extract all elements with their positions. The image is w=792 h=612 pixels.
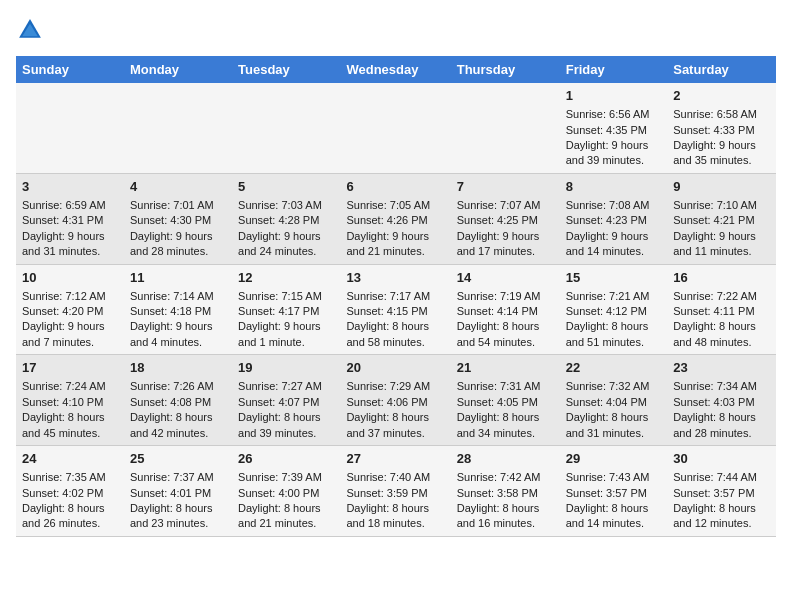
sunset: Sunset: 3:57 PM [673, 487, 754, 499]
header [16, 16, 776, 44]
sunrise: Sunrise: 7:17 AM [346, 290, 430, 302]
day-number: 10 [22, 269, 118, 287]
sunset: Sunset: 4:28 PM [238, 214, 319, 226]
day-number: 16 [673, 269, 770, 287]
day-number: 5 [238, 178, 334, 196]
col-header-friday: Friday [560, 56, 668, 83]
sunset: Sunset: 4:23 PM [566, 214, 647, 226]
daylight-hours: Daylight: 9 hours and 14 minutes. [566, 230, 649, 257]
day-number: 6 [346, 178, 444, 196]
sunrise: Sunrise: 7:21 AM [566, 290, 650, 302]
daylight-hours: Daylight: 9 hours and 21 minutes. [346, 230, 429, 257]
day-cell: 12Sunrise: 7:15 AMSunset: 4:17 PMDayligh… [232, 264, 340, 355]
sunset: Sunset: 4:25 PM [457, 214, 538, 226]
day-cell: 3Sunrise: 6:59 AMSunset: 4:31 PMDaylight… [16, 173, 124, 264]
sunrise: Sunrise: 6:58 AM [673, 108, 757, 120]
daylight-hours: Daylight: 8 hours and 23 minutes. [130, 502, 213, 529]
day-cell: 1Sunrise: 6:56 AMSunset: 4:35 PMDaylight… [560, 83, 668, 173]
day-cell: 19Sunrise: 7:27 AMSunset: 4:07 PMDayligh… [232, 355, 340, 446]
calendar-header-row: SundayMondayTuesdayWednesdayThursdayFrid… [16, 56, 776, 83]
sunrise: Sunrise: 7:35 AM [22, 471, 106, 483]
day-cell: 15Sunrise: 7:21 AMSunset: 4:12 PMDayligh… [560, 264, 668, 355]
day-cell: 9Sunrise: 7:10 AMSunset: 4:21 PMDaylight… [667, 173, 776, 264]
day-cell: 7Sunrise: 7:07 AMSunset: 4:25 PMDaylight… [451, 173, 560, 264]
sunrise: Sunrise: 7:15 AM [238, 290, 322, 302]
sunset: Sunset: 4:11 PM [673, 305, 754, 317]
sunrise: Sunrise: 7:34 AM [673, 380, 757, 392]
calendar-table: SundayMondayTuesdayWednesdayThursdayFrid… [16, 56, 776, 537]
day-number: 7 [457, 178, 554, 196]
day-number: 13 [346, 269, 444, 287]
daylight-hours: Daylight: 8 hours and 58 minutes. [346, 320, 429, 347]
day-number: 3 [22, 178, 118, 196]
day-cell: 22Sunrise: 7:32 AMSunset: 4:04 PMDayligh… [560, 355, 668, 446]
day-number: 15 [566, 269, 662, 287]
col-header-thursday: Thursday [451, 56, 560, 83]
daylight-hours: Daylight: 9 hours and 11 minutes. [673, 230, 756, 257]
sunrise: Sunrise: 7:05 AM [346, 199, 430, 211]
day-number: 27 [346, 450, 444, 468]
sunrise: Sunrise: 7:39 AM [238, 471, 322, 483]
sunset: Sunset: 4:08 PM [130, 396, 211, 408]
sunrise: Sunrise: 7:14 AM [130, 290, 214, 302]
week-row-4: 17Sunrise: 7:24 AMSunset: 4:10 PMDayligh… [16, 355, 776, 446]
sunset: Sunset: 4:17 PM [238, 305, 319, 317]
daylight-hours: Daylight: 8 hours and 54 minutes. [457, 320, 540, 347]
sunrise: Sunrise: 7:42 AM [457, 471, 541, 483]
day-cell: 26Sunrise: 7:39 AMSunset: 4:00 PMDayligh… [232, 446, 340, 537]
sunset: Sunset: 4:33 PM [673, 124, 754, 136]
sunset: Sunset: 4:01 PM [130, 487, 211, 499]
sunrise: Sunrise: 7:32 AM [566, 380, 650, 392]
sunrise: Sunrise: 7:12 AM [22, 290, 106, 302]
sunrise: Sunrise: 7:24 AM [22, 380, 106, 392]
day-cell: 6Sunrise: 7:05 AMSunset: 4:26 PMDaylight… [340, 173, 450, 264]
week-row-1: 1Sunrise: 6:56 AMSunset: 4:35 PMDaylight… [16, 83, 776, 173]
sunrise: Sunrise: 7:19 AM [457, 290, 541, 302]
day-number: 29 [566, 450, 662, 468]
daylight-hours: Daylight: 8 hours and 42 minutes. [130, 411, 213, 438]
day-cell: 21Sunrise: 7:31 AMSunset: 4:05 PMDayligh… [451, 355, 560, 446]
day-number: 9 [673, 178, 770, 196]
day-cell: 28Sunrise: 7:42 AMSunset: 3:58 PMDayligh… [451, 446, 560, 537]
sunrise: Sunrise: 6:59 AM [22, 199, 106, 211]
col-header-monday: Monday [124, 56, 232, 83]
daylight-hours: Daylight: 8 hours and 12 minutes. [673, 502, 756, 529]
logo-icon [16, 16, 44, 44]
day-cell: 17Sunrise: 7:24 AMSunset: 4:10 PMDayligh… [16, 355, 124, 446]
sunrise: Sunrise: 7:10 AM [673, 199, 757, 211]
col-header-tuesday: Tuesday [232, 56, 340, 83]
sunset: Sunset: 4:21 PM [673, 214, 754, 226]
sunset: Sunset: 4:15 PM [346, 305, 427, 317]
day-cell: 24Sunrise: 7:35 AMSunset: 4:02 PMDayligh… [16, 446, 124, 537]
sunrise: Sunrise: 7:44 AM [673, 471, 757, 483]
sunset: Sunset: 4:00 PM [238, 487, 319, 499]
day-cell: 30Sunrise: 7:44 AMSunset: 3:57 PMDayligh… [667, 446, 776, 537]
daylight-hours: Daylight: 8 hours and 39 minutes. [238, 411, 321, 438]
daylight-hours: Daylight: 9 hours and 39 minutes. [566, 139, 649, 166]
daylight-hours: Daylight: 8 hours and 26 minutes. [22, 502, 105, 529]
sunrise: Sunrise: 7:27 AM [238, 380, 322, 392]
sunset: Sunset: 4:04 PM [566, 396, 647, 408]
col-header-wednesday: Wednesday [340, 56, 450, 83]
day-number: 14 [457, 269, 554, 287]
day-cell [16, 83, 124, 173]
sunset: Sunset: 4:26 PM [346, 214, 427, 226]
day-number: 30 [673, 450, 770, 468]
daylight-hours: Daylight: 8 hours and 16 minutes. [457, 502, 540, 529]
day-cell: 23Sunrise: 7:34 AMSunset: 4:03 PMDayligh… [667, 355, 776, 446]
sunset: Sunset: 4:30 PM [130, 214, 211, 226]
day-cell: 2Sunrise: 6:58 AMSunset: 4:33 PMDaylight… [667, 83, 776, 173]
sunset: Sunset: 3:59 PM [346, 487, 427, 499]
daylight-hours: Daylight: 8 hours and 37 minutes. [346, 411, 429, 438]
sunrise: Sunrise: 7:01 AM [130, 199, 214, 211]
sunrise: Sunrise: 7:22 AM [673, 290, 757, 302]
sunset: Sunset: 4:06 PM [346, 396, 427, 408]
daylight-hours: Daylight: 9 hours and 4 minutes. [130, 320, 213, 347]
daylight-hours: Daylight: 8 hours and 45 minutes. [22, 411, 105, 438]
sunrise: Sunrise: 7:37 AM [130, 471, 214, 483]
sunrise: Sunrise: 7:40 AM [346, 471, 430, 483]
day-number: 18 [130, 359, 226, 377]
day-number: 23 [673, 359, 770, 377]
sunset: Sunset: 4:31 PM [22, 214, 103, 226]
sunrise: Sunrise: 7:08 AM [566, 199, 650, 211]
